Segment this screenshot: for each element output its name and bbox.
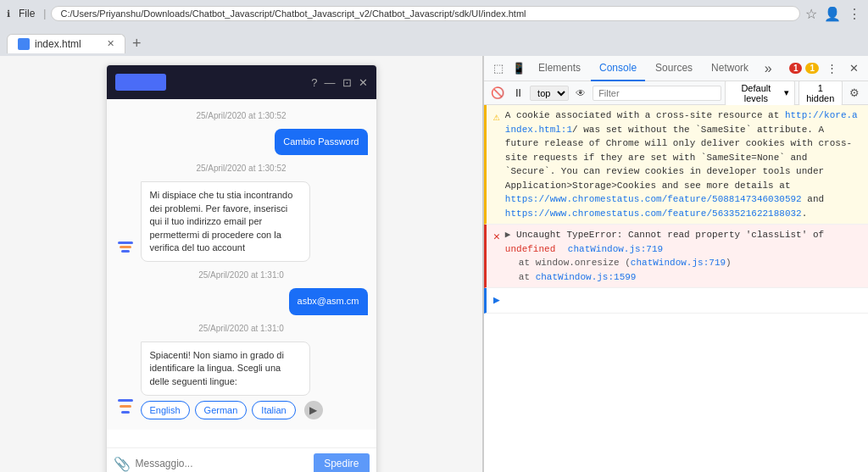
console-warning-1: ⚠ A cookie associated with a cross-site … <box>484 105 868 225</box>
message-row-bot-2: Spiacenti! Non siamo in grado di identif… <box>115 342 368 419</box>
clear-console-icon[interactable]: 🚫 <box>489 84 506 103</box>
user-message-2: asbx@asm.cm <box>289 288 368 314</box>
address-url: C:/Users/Priyanshu/Downloads/Chatbot_Jav… <box>60 8 526 19</box>
error-stack-2: at chatWindow.js:1599 <box>505 270 861 285</box>
tab-bar: index.html ✕ + <box>0 27 868 56</box>
timestamp-3: 25/April/2020 at 1:31:0 <box>115 270 368 280</box>
devtools-right-icons: 1 1 ⋮ ✕ <box>789 59 863 78</box>
new-tab-button[interactable]: + <box>127 35 147 53</box>
link-chromestatus-2[interactable]: https://www.chromestatus.com/feature/563… <box>505 208 802 219</box>
warning-badge: 1 <box>805 63 819 74</box>
devtools-left-icons: ⬚ 📱 <box>489 59 528 78</box>
timestamp-1: 25/April/2020 at 1:30:52 <box>115 111 368 120</box>
error-file-ref-1[interactable]: chatWindow.js:719 <box>568 244 663 254</box>
error-stack-link-1[interactable]: chatWindow.js:719 <box>631 258 726 268</box>
error-text-1: ▶ Uncaught TypeError: Cannot read proper… <box>505 228 861 284</box>
devtools-menu-icon[interactable]: ⋮ <box>822 59 841 78</box>
warning-text-1: A cookie associated with a cross-site re… <box>505 108 861 220</box>
address-bar[interactable]: C:/Users/Priyanshu/Downloads/Chatbot_Jav… <box>51 6 800 21</box>
bot-message-1: Mi dispiace che tu stia incontrando dei … <box>141 181 310 262</box>
error-badge: 1 <box>789 63 803 74</box>
bot-avatar-1 <box>115 242 136 262</box>
hidden-button[interactable]: 1 hidden <box>798 81 843 106</box>
chat-panel: ? — ⊡ ✕ 25/April/2020 at 1:30:52 Cambio … <box>0 56 483 472</box>
console-prompt[interactable]: ▶ <box>484 288 868 314</box>
devtools-toolbar: ⬚ 📱 Elements Console Sources Network » 1… <box>484 56 868 81</box>
device-icon[interactable]: 📱 <box>509 59 528 78</box>
chevron-down-icon: ▾ <box>784 87 789 98</box>
main-content: ? — ⊡ ✕ 25/April/2020 at 1:30:52 Cambio … <box>0 56 868 472</box>
more-tabs-icon[interactable]: » <box>759 59 777 78</box>
error-stack-1: at window.onresize (chatWindow.js:719) <box>505 256 861 270</box>
warning-icon: ⚠ <box>493 109 500 126</box>
message-input[interactable] <box>136 458 309 469</box>
bot-avatar-2 <box>115 399 136 419</box>
user-message-1: Cambio Password <box>275 129 367 155</box>
language-buttons: English German Italian ▶ <box>141 401 323 419</box>
chat-close-icon[interactable]: ✕ <box>359 76 368 89</box>
tab-close-button[interactable]: ✕ <box>107 38 114 49</box>
tab-favicon <box>18 38 30 50</box>
link-index[interactable]: index.html:1 <box>505 125 572 135</box>
bot-message-2: Spiacenti! Non siamo in grado di identif… <box>141 342 310 396</box>
message-row-user-1: Cambio Password <box>115 129 368 155</box>
active-tab[interactable]: index.html ✕ <box>7 34 125 53</box>
chat-header: ? — ⊡ ✕ <box>107 65 376 99</box>
inspect-icon[interactable]: ⬚ <box>489 59 508 78</box>
chat-maximize-icon[interactable]: ⊡ <box>342 76 352 89</box>
link-kore[interactable]: http://kore.a <box>785 110 858 120</box>
chat-messages: 25/April/2020 at 1:30:52 Cambio Password… <box>107 99 376 430</box>
tab-title: index.html <box>35 38 81 50</box>
settings-icon[interactable]: ⚙ <box>846 84 863 103</box>
next-button[interactable]: ▶ <box>304 401 323 419</box>
english-button[interactable]: English <box>141 401 190 419</box>
console-error-1: ✕ ▶ Uncaught TypeError: Cannot read prop… <box>484 225 868 288</box>
chat-body[interactable]: 25/April/2020 at 1:30:52 Cambio Password… <box>107 99 376 447</box>
chat-footer: 📎 Spedire <box>107 447 376 472</box>
prompt-arrow-icon: ▶ <box>493 292 500 309</box>
menu-icon[interactable]: ⋮ <box>848 6 861 22</box>
error-arrow[interactable]: ▶ <box>505 230 511 240</box>
console-toolbar: 🚫 ⏸ top 👁 Default levels ▾ 1 hidden ⚙ <box>484 81 868 105</box>
console-content: ⚠ A cookie associated with a cross-site … <box>484 105 868 472</box>
german-button[interactable]: German <box>195 401 248 419</box>
tab-sources[interactable]: Sources <box>647 56 701 81</box>
message-row-user-2: asbx@asm.cm <box>115 288 368 314</box>
devtools-panel: ⬚ 📱 Elements Console Sources Network » 1… <box>483 56 868 472</box>
default-levels-label: Default levels <box>731 83 781 103</box>
separator: | <box>43 8 46 19</box>
info-icon: ℹ <box>7 8 10 19</box>
tab-elements[interactable]: Elements <box>530 56 589 81</box>
window-controls[interactable]: ℹ <box>7 8 10 19</box>
attachment-icon[interactable]: 📎 <box>114 456 131 472</box>
chat-header-actions: ? — ⊡ ✕ <box>311 76 367 89</box>
chat-help-icon[interactable]: ? <box>311 76 317 89</box>
context-select[interactable]: top <box>530 86 569 101</box>
file-menu[interactable]: File <box>15 8 38 19</box>
error-icon: ✕ <box>493 229 500 246</box>
star-icon[interactable]: ☆ <box>805 6 817 22</box>
chat-minimize-icon[interactable]: — <box>325 76 336 89</box>
tab-network[interactable]: Network <box>703 56 757 81</box>
italian-button[interactable]: Italian <box>252 401 295 419</box>
timestamp-4: 25/April/2020 at 1:31:0 <box>115 324 368 333</box>
error-stack-link-2[interactable]: chatWindow.js:1599 <box>536 272 637 282</box>
bot-message-2-container: Spiacenti! Non siamo in grado di identif… <box>141 342 323 419</box>
chat-container: ? — ⊡ ✕ 25/April/2020 at 1:30:52 Cambio … <box>106 64 377 472</box>
browser-actions[interactable]: ☆ 👤 ⋮ <box>805 6 861 22</box>
chat-brand <box>115 74 166 91</box>
link-chromestatus-1[interactable]: https://www.chromestatus.com/feature/508… <box>505 194 802 204</box>
tab-console[interactable]: Console <box>591 56 645 81</box>
default-levels-button[interactable]: Default levels ▾ <box>725 81 794 106</box>
pause-icon[interactable]: ⏸ <box>509 84 526 103</box>
message-row-bot-1: Mi dispiace che tu stia incontrando dei … <box>115 181 368 262</box>
badge-row: 1 1 <box>789 63 819 74</box>
send-button[interactable]: Spedire <box>314 453 369 472</box>
timestamp-2: 25/April/2020 at 1:30:52 <box>115 164 368 173</box>
filter-input[interactable] <box>593 86 721 101</box>
profile-icon[interactable]: 👤 <box>824 6 841 22</box>
eye-icon[interactable]: 👁 <box>572 84 589 103</box>
title-bar: ℹ File | C:/Users/Priyanshu/Downloads/Ch… <box>0 0 868 27</box>
devtools-close-icon[interactable]: ✕ <box>844 59 863 78</box>
